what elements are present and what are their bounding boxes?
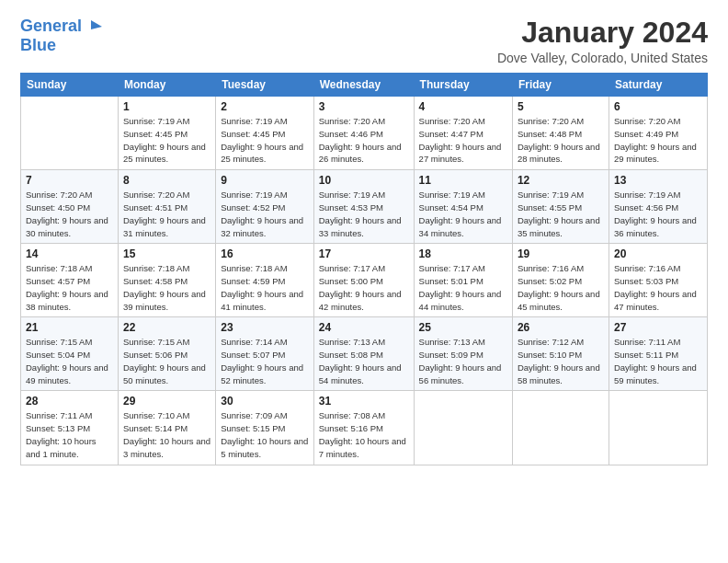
day-info: Sunrise: 7:08 AM Sunset: 5:16 PM Dayligh… [319,409,409,460]
table-row: 24Sunrise: 7:13 AM Sunset: 5:08 PM Dayli… [313,317,414,391]
day-info: Sunrise: 7:20 AM Sunset: 4:47 PM Dayligh… [419,115,507,166]
table-row: 31Sunrise: 7:08 AM Sunset: 5:16 PM Dayli… [313,391,414,465]
day-info: Sunrise: 7:19 AM Sunset: 4:55 PM Dayligh… [518,189,604,239]
day-info: Sunrise: 7:14 AM Sunset: 5:07 PM Dayligh… [221,336,309,386]
day-info: Sunrise: 7:18 AM Sunset: 4:57 PM Dayligh… [26,262,113,313]
table-row: 5Sunrise: 7:20 AM Sunset: 4:48 PM Daylig… [512,97,609,170]
day-number: 26 [518,321,604,334]
page: General Blue January 2024 Dove Valley, C… [0,0,728,563]
day-number: 9 [221,174,309,187]
day-number: 21 [26,321,113,334]
day-number: 27 [614,321,702,334]
day-number: 17 [319,247,409,260]
table-row [609,391,707,465]
day-number: 14 [26,247,113,260]
day-number: 5 [518,100,604,113]
table-row: 15Sunrise: 7:18 AM Sunset: 4:58 PM Dayli… [118,244,215,317]
table-row: 10Sunrise: 7:19 AM Sunset: 4:53 PM Dayli… [313,170,414,244]
day-info: Sunrise: 7:16 AM Sunset: 5:02 PM Dayligh… [518,262,604,313]
table-row: 20Sunrise: 7:16 AM Sunset: 5:03 PM Dayli… [609,244,707,317]
table-row: 27Sunrise: 7:11 AM Sunset: 5:11 PM Dayli… [609,317,707,391]
table-row: 29Sunrise: 7:10 AM Sunset: 5:14 PM Dayli… [118,391,215,465]
day-info: Sunrise: 7:20 AM Sunset: 4:49 PM Dayligh… [614,115,702,166]
table-row: 3Sunrise: 7:20 AM Sunset: 4:46 PM Daylig… [313,97,414,170]
calendar-week-row: 21Sunrise: 7:15 AM Sunset: 5:04 PM Dayli… [21,317,708,391]
logo-icon [84,17,104,37]
day-number: 12 [518,174,604,187]
table-row: 25Sunrise: 7:13 AM Sunset: 5:09 PM Dayli… [414,317,512,391]
day-info: Sunrise: 7:20 AM Sunset: 4:46 PM Dayligh… [319,115,409,166]
header-wednesday: Wednesday [313,74,414,97]
day-number: 19 [518,247,604,260]
day-number: 29 [123,395,210,408]
day-number: 11 [419,174,507,187]
day-info: Sunrise: 7:18 AM Sunset: 4:59 PM Dayligh… [221,262,309,313]
day-number: 22 [123,321,210,334]
day-number: 18 [419,247,507,260]
day-info: Sunrise: 7:13 AM Sunset: 5:08 PM Dayligh… [319,336,409,386]
day-info: Sunrise: 7:12 AM Sunset: 5:10 PM Dayligh… [518,336,604,386]
day-number: 7 [26,174,113,187]
logo-blue: Blue [20,37,56,55]
day-info: Sunrise: 7:15 AM Sunset: 5:04 PM Dayligh… [26,336,113,386]
calendar-week-row: 14Sunrise: 7:18 AM Sunset: 4:57 PM Dayli… [21,244,708,317]
day-info: Sunrise: 7:09 AM Sunset: 5:15 PM Dayligh… [221,409,309,460]
table-row: 2Sunrise: 7:19 AM Sunset: 4:45 PM Daylig… [216,97,314,170]
table-row: 9Sunrise: 7:19 AM Sunset: 4:52 PM Daylig… [216,170,314,244]
header-saturday: Saturday [609,74,707,97]
day-number: 28 [26,395,113,408]
day-number: 16 [221,247,309,260]
day-info: Sunrise: 7:20 AM Sunset: 4:50 PM Dayligh… [26,189,113,239]
day-number: 24 [319,321,409,334]
day-info: Sunrise: 7:19 AM Sunset: 4:56 PM Dayligh… [614,189,702,239]
table-row: 22Sunrise: 7:15 AM Sunset: 5:06 PM Dayli… [118,317,215,391]
title-location: Dove Valley, Colorado, United States [497,51,708,65]
day-number: 2 [221,100,309,113]
title-block: January 2024 Dove Valley, Colorado, Unit… [497,17,708,65]
table-row: 13Sunrise: 7:19 AM Sunset: 4:56 PM Dayli… [609,170,707,244]
table-row: 17Sunrise: 7:17 AM Sunset: 5:00 PM Dayli… [313,244,414,317]
title-month: January 2024 [497,17,708,49]
header-thursday: Thursday [414,74,512,97]
header-monday: Monday [118,74,215,97]
table-row [414,391,512,465]
table-row: 30Sunrise: 7:09 AM Sunset: 5:15 PM Dayli… [216,391,314,465]
logo: General Blue [20,17,104,55]
day-number: 23 [221,321,309,334]
table-row: 18Sunrise: 7:17 AM Sunset: 5:01 PM Dayli… [414,244,512,317]
header-tuesday: Tuesday [216,74,314,97]
header: General Blue January 2024 Dove Valley, C… [20,17,708,65]
weekday-header-row: Sunday Monday Tuesday Wednesday Thursday… [21,74,708,97]
day-info: Sunrise: 7:19 AM Sunset: 4:45 PM Dayligh… [123,115,210,166]
day-info: Sunrise: 7:20 AM Sunset: 4:51 PM Dayligh… [123,189,210,239]
day-number: 3 [319,100,409,113]
day-info: Sunrise: 7:19 AM Sunset: 4:54 PM Dayligh… [419,189,507,239]
table-row: 12Sunrise: 7:19 AM Sunset: 4:55 PM Dayli… [512,170,609,244]
day-info: Sunrise: 7:17 AM Sunset: 5:00 PM Dayligh… [319,262,409,313]
table-row: 8Sunrise: 7:20 AM Sunset: 4:51 PM Daylig… [118,170,215,244]
table-row: 11Sunrise: 7:19 AM Sunset: 4:54 PM Dayli… [414,170,512,244]
day-number: 13 [614,174,702,187]
table-row [512,391,609,465]
day-info: Sunrise: 7:20 AM Sunset: 4:48 PM Dayligh… [518,115,604,166]
day-number: 30 [221,395,309,408]
table-row [21,97,119,170]
day-info: Sunrise: 7:15 AM Sunset: 5:06 PM Dayligh… [123,336,210,386]
table-row: 6Sunrise: 7:20 AM Sunset: 4:49 PM Daylig… [609,97,707,170]
day-number: 20 [614,247,702,260]
header-friday: Friday [512,74,609,97]
calendar-week-row: 7Sunrise: 7:20 AM Sunset: 4:50 PM Daylig… [21,170,708,244]
day-info: Sunrise: 7:11 AM Sunset: 5:13 PM Dayligh… [26,409,113,460]
day-info: Sunrise: 7:16 AM Sunset: 5:03 PM Dayligh… [614,262,702,313]
calendar-week-row: 28Sunrise: 7:11 AM Sunset: 5:13 PM Dayli… [21,391,708,465]
day-info: Sunrise: 7:10 AM Sunset: 5:14 PM Dayligh… [123,409,210,460]
table-row: 19Sunrise: 7:16 AM Sunset: 5:02 PM Dayli… [512,244,609,317]
table-row: 1Sunrise: 7:19 AM Sunset: 4:45 PM Daylig… [118,97,215,170]
table-row: 23Sunrise: 7:14 AM Sunset: 5:07 PM Dayli… [216,317,314,391]
day-number: 31 [319,395,409,408]
day-number: 8 [123,174,210,187]
day-info: Sunrise: 7:19 AM Sunset: 4:52 PM Dayligh… [221,189,309,239]
header-sunday: Sunday [21,74,119,97]
day-number: 10 [319,174,409,187]
day-number: 4 [419,100,507,113]
